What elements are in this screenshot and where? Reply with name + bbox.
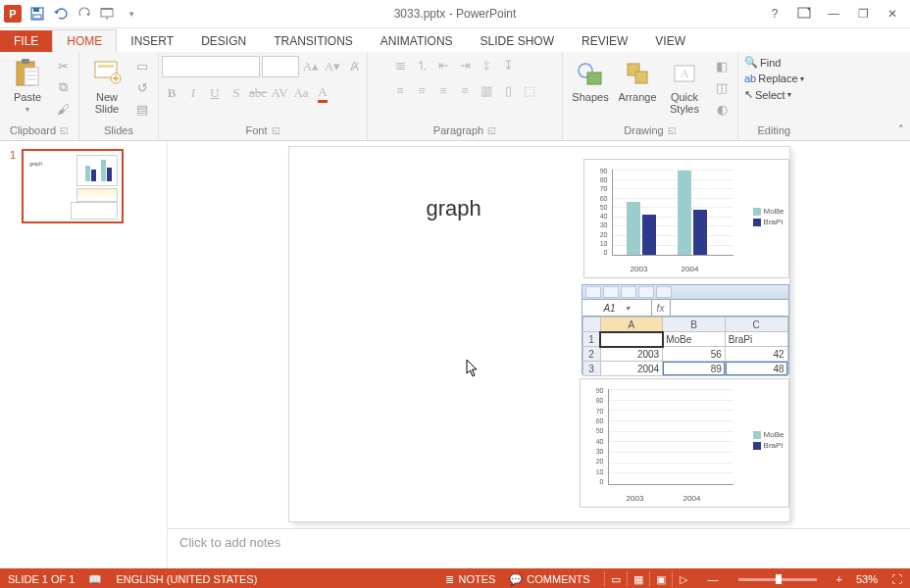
embedded-chart-2[interactable]: 9080706050403020100 2003 2004 MoBe BraPi [580,378,789,508]
zoom-out-icon[interactable]: — [708,573,719,585]
slideshow-view-icon[interactable]: ▷ [672,571,694,587]
formula-bar[interactable] [671,300,788,316]
select-button[interactable]: ↖Select▾ [744,88,804,101]
sorter-view-icon[interactable]: ▦ [627,571,649,587]
col-header-a[interactable]: A [600,318,663,332]
ribbon-display-options-icon[interactable] [796,7,812,22]
close-icon[interactable]: ✕ [885,7,900,22]
embedded-spreadsheet[interactable]: A1▾ fx A B C 1 MoBe [581,284,789,374]
tab-review[interactable]: REVIEW [568,30,641,52]
line-spacing-icon[interactable]: ‡ [477,56,496,75]
sheet-tb-icon[interactable] [603,286,619,298]
slide-title-text[interactable]: graph [427,196,481,221]
notes-pane[interactable]: Click to add notes [168,528,910,568]
cell-a2[interactable]: 2003 [600,347,663,362]
sheet-tb-icon[interactable] [585,286,601,298]
paragraph-launcher-icon[interactable]: ◱ [487,125,496,135]
notes-button[interactable]: ≣NOTES [445,573,495,586]
align-text-icon[interactable]: ▯ [498,81,518,101]
sheet-tb-icon[interactable] [656,286,672,298]
arrange-button[interactable]: Arrange [616,56,659,103]
quick-styles-button[interactable]: A Quick Styles [663,56,706,115]
char-spacing-icon[interactable]: AV [270,83,289,103]
shape-outline-icon[interactable]: ◫ [712,77,732,97]
change-case-icon[interactable]: Aa [291,83,311,103]
font-family-combo[interactable] [162,56,260,77]
strikethrough-icon[interactable]: abc [248,83,268,103]
section-icon[interactable]: ▤ [132,99,152,119]
numbering-icon[interactable]: ⒈ [412,56,431,75]
sheet-tb-icon[interactable] [638,286,654,298]
cell-c3[interactable]: 48 [725,362,787,376]
zoom-slider[interactable] [738,578,817,581]
restore-icon[interactable]: ❐ [855,7,871,22]
new-slide-button[interactable]: New Slide [85,56,128,115]
bold-icon[interactable]: B [162,83,181,103]
cell-b2[interactable]: 56 [663,347,726,362]
cell-c2[interactable]: 42 [725,347,787,362]
drawing-launcher-icon[interactable]: ◱ [668,125,677,135]
align-left-icon[interactable]: ≡ [390,81,410,101]
tab-slideshow[interactable]: SLIDE SHOW [467,30,568,52]
slide-canvas[interactable]: graph 9080706050403020100 2003 2004 [289,147,789,521]
redo-icon[interactable] [73,2,96,25]
minimize-icon[interactable]: — [826,7,841,22]
grow-font-icon[interactable]: A▴ [301,57,321,76]
format-painter-icon[interactable]: 🖌 [53,99,73,119]
reading-view-icon[interactable]: ▣ [649,571,672,587]
help-icon[interactable]: ? [767,7,783,22]
undo-icon[interactable] [49,2,73,25]
shrink-font-icon[interactable]: A▾ [323,57,342,76]
layout-icon[interactable]: ▭ [132,56,152,75]
zoom-thumb[interactable] [776,574,782,584]
align-right-icon[interactable]: ≡ [433,81,453,101]
col-header-b[interactable]: B [663,318,726,332]
fx-icon[interactable]: fx [652,300,671,316]
tab-animations[interactable]: ANIMATIONS [367,30,467,52]
tab-insert[interactable]: INSERT [117,30,187,52]
cell-a1[interactable] [600,332,663,347]
font-color-icon[interactable]: A [313,83,332,103]
slide-area[interactable]: graph 9080706050403020100 2003 2004 [168,141,910,528]
status-slide-indicator[interactable]: SLIDE 1 OF 1 [8,573,75,585]
fit-to-window-icon[interactable]: ⛶ [891,573,902,585]
tab-view[interactable]: VIEW [641,30,699,52]
reset-icon[interactable]: ↺ [132,77,152,97]
status-language[interactable]: ENGLISH (UNITED STATES) [116,573,257,585]
tab-design[interactable]: DESIGN [187,30,260,52]
row-header-3[interactable]: 3 [582,362,600,376]
qat-customize-icon[interactable]: ▾ [120,2,143,25]
decrease-indent-icon[interactable]: ⇤ [433,56,453,75]
find-button[interactable]: 🔍Find [744,56,804,69]
replace-button[interactable]: abReplace▾ [744,73,804,84]
comments-button[interactable]: 💬COMMENTS [509,573,589,586]
cell-c1[interactable]: BraPi [725,332,787,347]
bullets-icon[interactable]: ≣ [390,56,410,75]
cell-a3[interactable]: 2004 [600,362,663,376]
start-slideshow-icon[interactable] [96,2,120,25]
embedded-chart-1[interactable]: 9080706050403020100 2003 2004 MoBe BraPi [583,159,789,278]
cell-b1[interactable]: MoBe [663,332,726,347]
zoom-level[interactable]: 53% [856,573,878,585]
slide-thumbnail-1[interactable]: 1 graph [10,149,157,223]
name-box[interactable]: A1▾ [582,300,652,316]
clipboard-launcher-icon[interactable]: ◱ [60,125,69,135]
justify-icon[interactable]: ≡ [455,81,475,101]
clear-formatting-icon[interactable]: A̷ [344,57,364,76]
tab-file[interactable]: FILE [0,30,52,52]
font-size-combo[interactable] [262,56,299,77]
shadow-icon[interactable]: S [227,83,246,103]
shape-fill-icon[interactable]: ◧ [712,56,732,75]
col-header-c[interactable]: C [725,318,787,332]
font-launcher-icon[interactable]: ◱ [272,125,280,135]
spell-check-icon[interactable]: 📖 [88,573,102,586]
cell-b3[interactable]: 89 [663,362,726,376]
normal-view-icon[interactable]: ▭ [604,571,627,587]
cut-icon[interactable]: ✂ [53,56,73,75]
row-header-2[interactable]: 2 [582,347,600,362]
tab-transitions[interactable]: TRANSITIONS [260,30,367,52]
shape-effects-icon[interactable]: ◐ [712,99,732,119]
paste-button[interactable]: Paste ▾ [6,56,49,114]
align-center-icon[interactable]: ≡ [412,81,431,101]
columns-icon[interactable]: ▥ [477,81,496,101]
